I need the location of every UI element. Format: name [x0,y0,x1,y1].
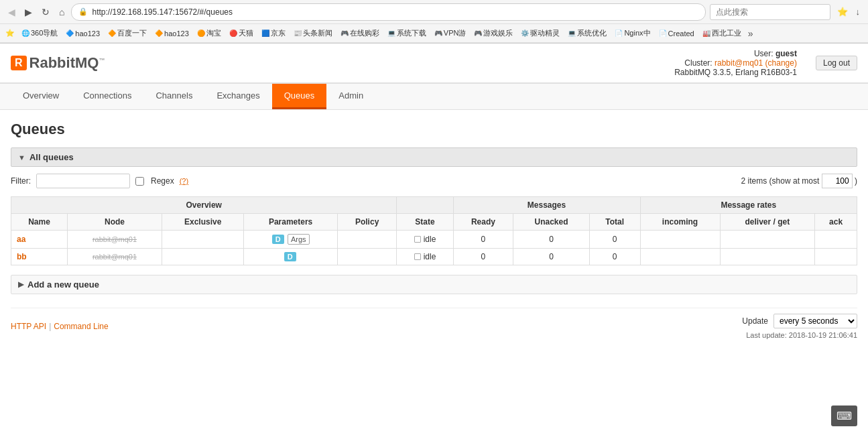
bookmark-tianmao[interactable]: 🔴天猫 [227,27,256,39]
bookmark-360-icon: 🌐 [21,29,29,37]
nav-admin[interactable]: Admin [326,84,375,109]
bookmark-jd[interactable]: 🟦京东 [259,27,288,39]
home-button[interactable]: ⌂ [56,5,67,19]
bookmark-vpn[interactable]: 🎮VPN游 [432,27,469,39]
row-bb-ack [815,249,857,265]
add-queue-section: ▶ Add a new queue [11,275,857,294]
table-row: bb rabbit@mq01 D idle 0 0 0 [11,249,857,265]
bookmark-hao123b-icon: 🔶 [155,29,163,37]
nav-exchanges[interactable]: Exchanges [204,84,271,109]
browser-action-2[interactable]: ↓ [853,5,863,18]
nav-connections[interactable]: Connections [71,84,143,109]
bookmark-nginx[interactable]: 📄Nginx中 [612,27,653,39]
browser-actions: ⭐ ↓ [834,5,863,18]
browser-search-input[interactable] [710,4,830,20]
bookmark-driver-icon: ⚙️ [521,29,529,37]
username: guest [776,49,797,58]
bookmark-sysopt-icon: 💻 [568,29,576,37]
regex-label: Regex [151,176,174,186]
nav-channels[interactable]: Channels [143,84,204,109]
user-label: User: [754,49,773,58]
cluster-change-link[interactable]: (change) [765,58,797,68]
bookmark-toutiao-icon: 📰 [294,29,302,37]
filter-label: Filter: [11,176,31,186]
bookmark-taobao[interactable]: 🟠淘宝 [194,27,224,39]
footer-sep: | [49,322,51,331]
bookmark-created[interactable]: 📄Created [656,29,697,38]
user-info: User: guest Cluster: rabbit@mq01 (change… [674,49,797,77]
row-aa-incoming [640,231,720,249]
logo-tm: ™ [99,57,105,64]
col-policy: Policy [337,214,397,231]
bookmark-jd-icon: 🟦 [261,29,269,37]
bookmark-taobao-icon: 🟠 [197,29,205,37]
forward-button[interactable]: ▶ [22,5,35,19]
refresh-button[interactable]: ↻ [39,5,52,19]
cluster-link[interactable]: rabbit@mq01 [715,58,763,68]
bookmark-northwest[interactable]: 🏭西北工业 [700,27,744,39]
state-checkbox-bb [414,253,421,260]
row-aa-policy [337,231,397,249]
bookmark-hao123b[interactable]: 🔶hao123 [152,29,192,38]
row-aa-parameters: D Args [244,231,337,249]
update-select[interactable]: every 5 seconds every 10 seconds every 3… [773,314,857,328]
regex-hint-link[interactable]: (?) [180,177,188,185]
back-button[interactable]: ◀ [5,5,18,19]
command-line-link[interactable]: Command Line [54,322,108,331]
row-bb-ready: 0 [453,249,513,265]
row-aa-exclusive [162,231,243,249]
page-content: Queues ▼ All queues Filter: Regex (?) 2 … [0,110,868,355]
logout-button[interactable]: Log out [816,56,857,70]
state-idle-bb: idle [402,252,447,261]
header-right: User: guest Cluster: rabbit@mq01 (change… [674,49,857,77]
bookmark-toutiao[interactable]: 📰头条新闻 [291,27,335,39]
section-collapse-arrow: ▼ [18,153,25,162]
all-queues-section-header[interactable]: ▼ All queues [11,147,857,167]
group-msgrates: Message rates [640,197,857,214]
col-node: Node [68,214,162,231]
cluster-info: Cluster: rabbit@mq01 (change) [674,58,797,68]
items-count-input[interactable] [822,174,853,188]
filter-input[interactable] [36,174,130,188]
browser-action-1[interactable]: ⭐ [834,5,851,18]
version-info: RabbitMQ 3.3.5, Erlang R16B03-1 [674,68,797,77]
bookmark-lottery[interactable]: 🎮在线购彩 [338,27,382,39]
bookmark-games-icon: 🎮 [474,29,482,37]
bookmark-driver[interactable]: ⚙️驱动精灵 [518,27,562,39]
row-bb-deliver-get [720,249,815,265]
bookmark-baidu[interactable]: 🔶百度一下 [105,27,149,39]
col-unacked: Unacked [513,214,589,231]
bookmark-sysopt[interactable]: 💻系统优化 [565,27,609,39]
row-aa-ready: 0 [453,231,513,249]
row-aa-ack [815,231,857,249]
bookmarks-label: ⭐ [5,29,15,38]
col-exclusive: Exclusive [162,214,243,231]
row-aa-name[interactable]: aa [11,231,68,249]
bookmark-northwest-icon: 🏭 [702,29,710,37]
app-header: R RabbitMQ™ User: guest Cluster: rabbit@… [0,44,868,84]
row-aa-state: idle [397,231,453,249]
bookmarks-bar: ⭐ 🌐360导航 🔷hao123 🔶百度一下 🔶hao123 🟠淘宝 🔴天猫 🟦… [0,24,868,43]
ssl-icon: 🔒 [78,7,88,16]
state-idle-aa: idle [402,235,447,244]
group-state-placeholder [397,197,453,214]
nav-queues[interactable]: Queues [272,84,327,109]
user-info-line1: User: guest [674,49,797,58]
logo-icon: R [11,56,27,70]
items-count-close: ) [855,176,857,186]
bookmark-download-icon: 💻 [387,29,395,37]
row-bb-name[interactable]: bb [11,249,68,265]
update-area: Update every 5 seconds every 10 seconds … [742,314,857,339]
bookmark-360[interactable]: 🌐360导航 [19,27,60,39]
regex-checkbox[interactable] [135,177,144,186]
add-queue-header[interactable]: ▶ Add a new queue [11,275,857,294]
bookmark-hao123-icon: 🔷 [66,29,74,37]
address-bar[interactable]: 🔒 http://192.168.195.147:15672/#/queues [71,3,705,21]
param-args-badge[interactable]: Args [288,234,310,245]
bookmark-download[interactable]: 💻系统下载 [385,27,429,39]
nav-overview[interactable]: Overview [11,84,71,109]
bookmarks-more-button[interactable]: » [748,28,753,39]
bookmark-games[interactable]: 🎮游戏娱乐 [471,27,515,39]
bookmark-hao123[interactable]: 🔷hao123 [63,29,103,38]
http-api-link[interactable]: HTTP API [11,322,46,331]
